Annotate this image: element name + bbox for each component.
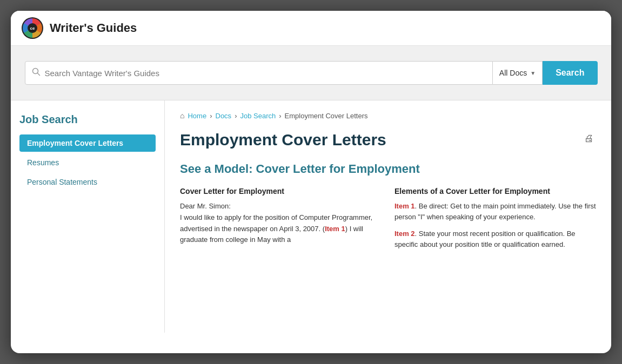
left-col-title: Cover Letter for Employment bbox=[180, 187, 382, 196]
dropdown-arrow-icon: ▼ bbox=[530, 70, 536, 76]
search-area: All Docs ▼ Search bbox=[11, 46, 611, 100]
breadcrumb-sep-1: › bbox=[210, 112, 212, 120]
element-item-1: Item 1. Be direct: Get to the main point… bbox=[394, 201, 596, 222]
sidebar-section-title: Job Search bbox=[19, 113, 156, 126]
search-dropdown[interactable]: All Docs ▼ bbox=[493, 61, 543, 85]
logo: ce bbox=[22, 17, 43, 39]
content-area: ⌂ Home › Docs › Job Search › Employment … bbox=[165, 100, 611, 333]
app-window: ce Writer's Guides All Docs ▼ Searc bbox=[11, 11, 611, 353]
search-input[interactable] bbox=[45, 69, 486, 78]
breadcrumb-job-search[interactable]: Job Search bbox=[240, 112, 276, 120]
breadcrumb-sep-2: › bbox=[235, 112, 237, 120]
sidebar-item-resumes[interactable]: Resumes bbox=[19, 154, 156, 171]
sidebar-item-personal-statements[interactable]: Personal Statements bbox=[19, 173, 156, 191]
right-col-title: Elements of a Cover Letter for Employmen… bbox=[394, 187, 596, 196]
body-text: I would like to apply for the position o… bbox=[180, 212, 382, 246]
breadcrumb-docs[interactable]: Docs bbox=[216, 112, 232, 120]
sidebar-nav: Employment Cover Letters Resumes Persona… bbox=[19, 134, 156, 191]
sidebar-link-employment-cover-letters[interactable]: Employment Cover Letters bbox=[19, 134, 156, 152]
sidebar-item-employment-cover-letters[interactable]: Employment Cover Letters bbox=[19, 134, 156, 152]
element-text-2: . State your most recent position or qua… bbox=[394, 230, 576, 248]
element-label-1: Item 1 bbox=[394, 202, 415, 210]
breadcrumb-sep-3: › bbox=[279, 112, 281, 120]
element-text-1: . Be direct: Get to the main point immed… bbox=[394, 202, 596, 221]
page-header: Employment Cover Letters 🖨 bbox=[180, 131, 596, 149]
home-icon: ⌂ bbox=[180, 111, 184, 120]
breadcrumb: ⌂ Home › Docs › Job Search › Employment … bbox=[180, 111, 596, 120]
sidebar: Job Search Employment Cover Letters Resu… bbox=[11, 100, 165, 333]
search-input-wrap[interactable] bbox=[25, 61, 493, 85]
search-icon bbox=[32, 68, 41, 78]
search-button[interactable]: Search bbox=[543, 61, 597, 85]
logo-inner: ce bbox=[23, 18, 42, 38]
section-heading: See a Model: Cover Letter for Employment bbox=[180, 162, 596, 176]
search-bar: All Docs ▼ Search bbox=[25, 61, 598, 85]
breadcrumb-home[interactable]: Home bbox=[188, 112, 206, 120]
salutation: Dear Mr. Simon: bbox=[180, 201, 382, 212]
main-layout: Job Search Employment Cover Letters Resu… bbox=[11, 100, 611, 333]
content-columns: Cover Letter for Employment Dear Mr. Sim… bbox=[180, 187, 596, 256]
element-label-2: Item 2 bbox=[394, 230, 415, 238]
site-title: Writer's Guides bbox=[50, 21, 137, 35]
sidebar-link-resumes[interactable]: Resumes bbox=[19, 154, 156, 171]
svg-line-1 bbox=[37, 73, 39, 76]
print-icon[interactable]: 🖨 bbox=[582, 131, 596, 146]
left-column: Cover Letter for Employment Dear Mr. Sim… bbox=[180, 187, 382, 256]
page-title: Employment Cover Letters bbox=[180, 131, 386, 149]
breadcrumb-current: Employment Cover Letters bbox=[285, 112, 368, 120]
logo-center: ce bbox=[28, 23, 37, 33]
element-item-2: Item 2. State your most recent position … bbox=[394, 228, 596, 250]
right-column: Elements of a Cover Letter for Employmen… bbox=[394, 187, 596, 256]
header: ce Writer's Guides bbox=[11, 11, 611, 46]
sidebar-link-personal-statements[interactable]: Personal Statements bbox=[19, 173, 156, 191]
item1-label: Item 1 bbox=[325, 225, 345, 233]
